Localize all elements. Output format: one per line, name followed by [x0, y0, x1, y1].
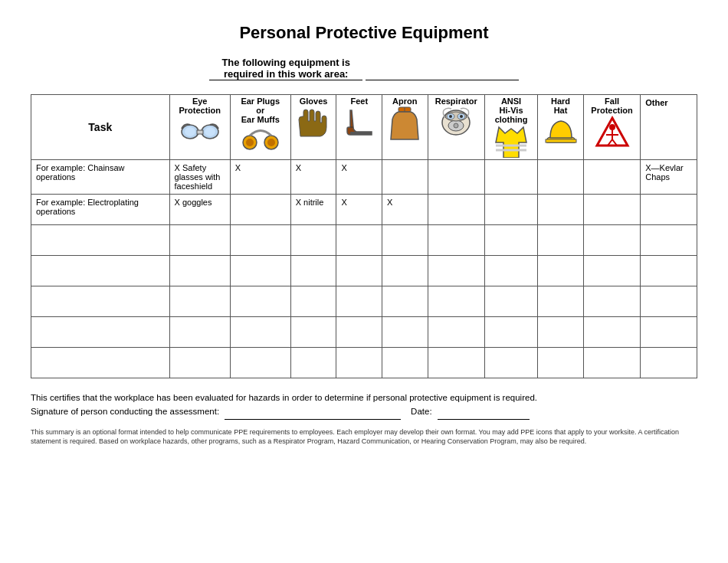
eye-protection-icon [180, 115, 220, 146]
svg-point-14 [454, 123, 458, 128]
cell-resp-row5 [428, 317, 484, 348]
cell-hard-row6 [538, 348, 584, 378]
signature-field [225, 404, 401, 419]
svg-rect-2 [197, 130, 203, 134]
col-header-resp: Respirator [428, 95, 484, 160]
cell-fall-row4 [583, 286, 640, 317]
fall-protection-label: FallProtection [585, 97, 638, 115]
cell-task-row1: For example: Electroplating operations [31, 195, 170, 225]
certify-statement: This certifies that the workplace has be… [31, 391, 697, 404]
cell-feet-row6 [336, 348, 382, 378]
cell-resp-row0 [428, 160, 484, 195]
cell-hard-row3 [538, 256, 584, 286]
cell-feet-row4 [336, 286, 382, 317]
feet-icon [343, 106, 376, 139]
subtitle: The following equipment is required in t… [31, 57, 697, 80]
cell-other-row4 [641, 286, 697, 317]
fine-print: This summary is an optional format inten… [31, 427, 697, 447]
svg-point-3 [185, 127, 195, 136]
cell-hard-row5 [538, 317, 584, 348]
cell-ansi-row5 [484, 317, 537, 348]
hard-hat-icon [543, 115, 579, 149]
date-field [438, 404, 530, 419]
ppe-table: Task EyeProtection Ear PlugsorEar Muffs [31, 94, 697, 378]
cell-apron-row3 [382, 256, 428, 286]
gloves-icon [294, 106, 333, 139]
apron-label: Apron [384, 97, 426, 106]
svg-point-19 [460, 115, 463, 118]
cell-ear-row0: X [230, 160, 290, 195]
cell-fall-row3 [583, 256, 640, 286]
cell-gloves-row5 [290, 317, 336, 348]
signature-label: Signature of person conducting the asses… [31, 407, 219, 416]
col-header-apron: Apron [382, 95, 428, 160]
cell-feet-row3 [336, 256, 382, 286]
respirator-icon [438, 106, 474, 139]
cell-ear-row3 [230, 256, 290, 286]
table-row [31, 286, 697, 317]
cell-gloves-row3 [290, 256, 336, 286]
col-header-task: Task [31, 95, 170, 160]
cell-ansi-row6 [484, 348, 537, 378]
cell-feet-row1: X [336, 195, 382, 225]
col-header-other: Other [641, 95, 697, 160]
cell-eye-row3 [169, 256, 230, 286]
cell-ansi-row2 [484, 225, 537, 256]
cell-apron-row0 [382, 160, 428, 195]
cell-ear-row1 [230, 195, 290, 225]
svg-point-4 [205, 127, 215, 136]
date-label: Date: [411, 407, 432, 416]
cell-ear-row4 [230, 286, 290, 317]
cell-feet-row2 [336, 225, 382, 256]
cell-ansi-row3 [484, 256, 537, 286]
table-row [31, 317, 697, 348]
cell-other-row3 [641, 256, 697, 286]
subtitle-text: The following equipment is required in t… [209, 57, 362, 80]
cell-eye-row2 [169, 225, 230, 256]
cell-fall-row6 [583, 348, 640, 378]
cell-gloves-row2 [290, 225, 336, 256]
cell-fall-row0 [583, 160, 640, 195]
svg-rect-22 [546, 139, 576, 142]
work-area-line [366, 68, 519, 80]
cell-ear-row2 [230, 225, 290, 256]
cell-apron-row1: X [382, 195, 428, 225]
cell-eye-row6 [169, 348, 230, 378]
cell-hard-row1 [538, 195, 584, 225]
cell-gloves-row1: X nitrile [290, 195, 336, 225]
cell-feet-row5 [336, 317, 382, 348]
col-header-ansi: ANSIHi-Visclothing [484, 95, 537, 160]
cell-resp-row3 [428, 256, 484, 286]
cell-gloves-row4 [290, 286, 336, 317]
cell-eye-row1: X goggles [169, 195, 230, 225]
cell-ansi-row1 [484, 195, 537, 225]
hard-hat-label: HardHat [539, 97, 582, 115]
cell-ear-row6 [230, 348, 290, 378]
col-header-ear: Ear PlugsorEar Muffs [230, 95, 290, 160]
cell-resp-row6 [428, 348, 484, 378]
eye-label: EyeProtection [172, 97, 228, 115]
cell-hard-row0 [538, 160, 584, 195]
cell-resp-row4 [428, 286, 484, 317]
cell-fall-row2 [583, 225, 640, 256]
ansi-label: ANSIHi-Visclothing [487, 97, 536, 124]
gloves-label: Gloves [293, 97, 335, 106]
cell-other-row6 [641, 348, 697, 378]
col-header-feet: Feet [336, 95, 382, 160]
cell-feet-row0: X [336, 160, 382, 195]
table-row [31, 256, 697, 286]
col-header-eye: EyeProtection [169, 95, 230, 160]
cell-hard-row4 [538, 286, 584, 317]
cell-resp-row2 [428, 225, 484, 256]
cell-task-row2 [31, 225, 170, 256]
apron-icon [388, 106, 421, 142]
col-header-gloves: Gloves [290, 95, 336, 160]
cell-gloves-row0: X [290, 160, 336, 195]
signature-line: Signature of person conducting the asses… [31, 404, 697, 419]
table-body: For example: Chainsaw operationsX Safety… [31, 160, 697, 378]
svg-point-18 [449, 115, 452, 118]
svg-point-8 [267, 139, 275, 146]
cell-eye-row0: X Safety glasses with faceshield [169, 160, 230, 195]
cell-other-row0: X—Kevlar Chaps [641, 160, 697, 195]
cell-task-row4 [31, 286, 170, 317]
